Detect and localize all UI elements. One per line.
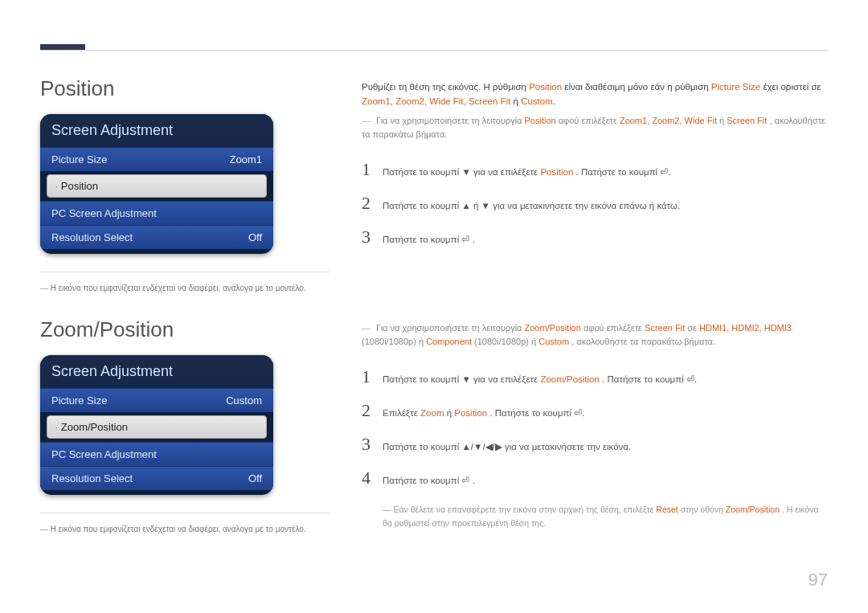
intro-text: Ρυθμίζει τη θέση της εικόνας. Η ρύθμιση … [362,80,828,109]
step-2: Πατήστε το κουμπί ▲ ή ▼ για να μετακινήσ… [362,186,828,220]
intro-sub: ― Για να χρησιμοποιήσετε τη λειτουργία P… [362,114,828,141]
section1-title: Position [40,76,330,101]
t: (1080i/1080p) ή [474,337,538,346]
kw-hdmi: HDMI1, HDMI2, HDMI3 [699,323,792,333]
enter-icon: ⏎ [660,167,668,177]
menu-row-pc-screen[interactable]: PC Screen Adjustment [40,201,273,225]
row-value: Off [248,472,262,484]
t: . Πατήστε το κουμπί [602,374,686,384]
kw-picture-size: Picture Size [711,82,760,92]
step-body: Πατήστε το κουμπί ⏎ . [383,233,828,247]
t: σε [687,323,699,333]
menu-row-position[interactable]: ·Position [47,174,267,198]
t: αφού επιλέξετε [583,323,645,333]
dash-icon: ― [362,116,371,125]
step-1: Πατήστε το κουμπί ▼ για να επιλέξετε Zoo… [362,360,828,394]
row-label: Picture Size [51,153,107,166]
kw-zoom-position: Zoom/Position [540,374,600,384]
kw-zoom: Zoom [420,408,444,418]
menu-row-zoom-position[interactable]: ·Zoom/Position [47,415,267,439]
section2-title: Zoom/Position [40,317,330,342]
row-label: Picture Size [51,394,107,407]
kw-zoom-position: Zoom/Position [726,505,780,514]
t: Ρυθμίζει τη θέση της εικόνας. Η ρύθμιση [362,82,529,92]
step-body: Πατήστε το κουμπί ▲ ή ▼ για να μετακινήσ… [383,199,828,214]
row-value: Custom [226,394,262,407]
kw-screenfit: Screen Fit [727,116,767,125]
steps-list: Πατήστε το κουμπί ▼ για να επιλέξετε Zoo… [362,360,828,495]
row-value: Off [248,231,262,243]
section1-left: Position Screen Adjustment Picture Size … [40,76,330,294]
bullet-icon: · [55,182,58,191]
row-label-text: Zoom/Position [61,421,128,433]
step-3: Πατήστε το κουμπί ⏎ . [362,220,828,254]
panel-title: Screen Adjustment [40,355,273,388]
t: στην οθόνη [681,505,726,514]
row-label: PC Screen Adjustment [51,207,157,219]
t: . [473,476,475,485]
kw-reset: Reset [656,505,678,514]
kw-position: Position [529,82,562,92]
section2-right: ― Για να χρησιμοποιήσετε τη λειτουργία Z… [362,321,828,530]
note-text: Η εικόνα που εμφανίζεται ενδέχεται να δι… [51,284,306,292]
step-3: Πατήστε το κουμπί ▲/▼/◀/▶ για να μετακιν… [362,427,828,461]
t: αφού επιλέξετε [559,116,620,125]
step-body: Πατήστε το κουμπί ▲/▼/◀/▶ για να μετακιν… [383,440,828,455]
t: . [473,235,475,244]
row-label: ·Zoom/Position [55,421,128,433]
t: , ακολουθήστε τα παρακάτω βήματα. [571,337,715,346]
t: Πατήστε το κουμπί ▼ για να επιλέξετε [383,167,540,177]
kw-opts: Zoom1, Zoom2, Wide Fit [620,116,717,125]
t: Πατήστε το κουμπί ▼ για να επιλέξετε [383,374,540,384]
step-body: Πατήστε το κουμπί ▼ για να επιλέξετε Zoo… [383,373,828,387]
row-label-text: Position [61,180,98,192]
menu-row-picture-size[interactable]: Picture Size Custom [40,388,273,412]
t: ή [719,116,727,125]
section1-right: Ρυθμίζει τη θέση της εικόνας. Η ρύθμιση … [362,80,828,254]
t: είναι διαθέσιμη μόνο εάν η ρύθμιση [564,82,711,92]
note-text: Η εικόνα που εμφανίζεται ενδέχεται να δι… [51,525,306,533]
row-label: Resolution Select [51,472,133,484]
reset-footnote: ― Εάν θέλετε να επαναφέρετε την εικόνα σ… [362,503,828,530]
kw-custom: Custom [538,337,569,346]
t: Για να χρησιμοποιήσετε τη λειτουργία [376,323,524,333]
t: έχει οριστεί σε [763,82,821,92]
menu-row-pc-screen[interactable]: PC Screen Adjustment [40,442,273,466]
enter-icon: ⏎ [574,408,582,418]
kw-custom: Custom [521,96,553,106]
menu-row-resolution[interactable]: Resolution Select Off [40,466,273,490]
menu-row-resolution[interactable]: Resolution Select Off [40,225,273,249]
kw-position: Position [540,167,573,177]
dash-icon: ― [362,323,371,333]
intro-sub: ― Για να χρησιμοποιήσετε τη λειτουργία Z… [362,321,828,349]
row-label: PC Screen Adjustment [51,448,157,460]
step-body: Πατήστε το κουμπί ▼ για να επιλέξετε Pos… [383,166,828,180]
t: . Πατήστε το κουμπί [489,408,574,418]
kw-opts: Zoom1, Zoom2, Wide Fit, Screen Fit [362,96,510,106]
kw-component: Component [426,337,472,346]
step-1: Πατήστε το κουμπί ▼ για να επιλέξετε Pos… [362,153,828,186]
bullet-icon: · [55,423,58,432]
panel-note: ― Η εικόνα που εμφανίζεται ενδέχεται να … [40,272,330,294]
panel-note: ― Η εικόνα που εμφανίζεται ενδέχεται να … [40,513,330,535]
panel-title: Screen Adjustment [40,114,273,147]
t: Πατήστε το κουμπί [383,476,461,485]
t: (1080i/1080p) ή [362,337,426,346]
kw-zoom-position: Zoom/Position [525,323,581,333]
dash-icon: ― [40,284,48,292]
enter-icon: ⏎ [686,374,694,384]
header-rule [40,50,828,51]
step-2: Επιλέξτε Zoom ή Position . Πατήστε το κο… [362,394,828,427]
kw-position: Position [454,408,487,418]
dash-icon: ― [383,505,391,514]
dash-icon: ― [40,525,48,533]
enter-icon: ⏎ [461,235,469,244]
steps-list: Πατήστε το κουμπί ▼ για να επιλέξετε Pos… [362,153,828,254]
menu-panel-1: Screen Adjustment Picture Size Zoom1 ·Po… [40,114,273,254]
menu-row-picture-size[interactable]: Picture Size Zoom1 [40,147,273,171]
t: ή [447,408,455,418]
t: Επιλέξτε [383,408,420,418]
menu-panel-2: Screen Adjustment Picture Size Custom ·Z… [40,355,273,495]
t: Για να χρησιμοποιήσετε τη λειτουργία [376,116,524,125]
row-label: ·Position [55,180,98,192]
